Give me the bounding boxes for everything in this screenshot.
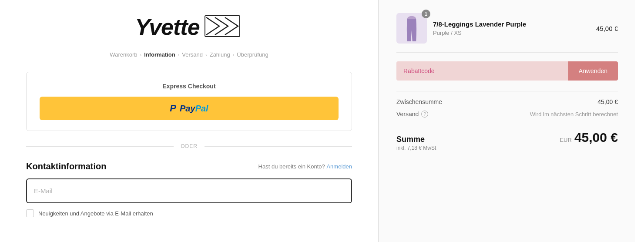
subtotal-value: 45,00 € — [597, 98, 618, 105]
breadcrumb: Warenkorb › Information › Versand › Zahl… — [26, 51, 352, 58]
left-panel: Yvette Warenkorb › Information › Versand… — [0, 0, 379, 242]
discount-input[interactable] — [396, 61, 568, 81]
paypal-button[interactable]: P PayPal — [40, 97, 339, 120]
section-title: Kontaktinformation — [26, 161, 106, 171]
subtotal-row: Zwischensumme 45,00 € — [396, 98, 618, 105]
express-checkout-title: Express Checkout — [40, 83, 339, 90]
breadcrumb-zahlung[interactable]: Zahlung — [210, 51, 230, 58]
chevron-icon-1: › — [140, 52, 141, 57]
login-link[interactable]: Anmelden — [326, 163, 352, 170]
express-checkout-box: Express Checkout P PayPal — [26, 72, 352, 131]
logo-area: Yvette — [26, 13, 352, 41]
shipping-row: Versand ? Wird im nächsten Schritt berec… — [396, 111, 618, 118]
login-prompt: Hast du bereits ein Konto? Anmelden — [258, 163, 352, 170]
total-left: Summe inkl. 7,18 € MwSt — [396, 135, 436, 151]
shipping-help-icon[interactable]: ? — [421, 111, 428, 118]
oder-divider: ODER — [26, 143, 352, 149]
total-label: Summe — [396, 135, 436, 144]
product-variant: Purple / XS — [433, 30, 590, 36]
chevron-icon-3: › — [205, 52, 207, 57]
breadcrumb-information[interactable]: Information — [144, 51, 175, 58]
oder-text: ODER — [181, 143, 198, 149]
product-name: 7/8-Leggings Lavender Purple — [433, 20, 590, 28]
total-right: EUR 45,00 € — [560, 130, 618, 145]
chevron-icon-4: › — [233, 52, 235, 57]
paypal-label: PayPal — [180, 104, 208, 114]
newsletter-label: Neuigkeiten und Angebote via E-Mail erha… — [38, 210, 153, 217]
svg-rect-0 — [205, 16, 240, 37]
chevron-icon-2: › — [178, 52, 180, 57]
login-text: Hast du bereits ein Konto? — [258, 163, 325, 170]
newsletter-checkbox[interactable] — [26, 209, 34, 217]
subtotal-label: Zwischensumme — [396, 98, 442, 105]
logo-icon — [204, 13, 243, 41]
breadcrumb-warenkorb[interactable]: Warenkorb — [110, 51, 137, 58]
vat-note: inkl. 7,18 € MwSt — [396, 145, 436, 151]
breadcrumb-versand[interactable]: Versand — [182, 51, 203, 58]
total-currency: EUR — [560, 137, 571, 143]
email-input[interactable] — [27, 179, 351, 202]
product-image-wrapper: 1 — [396, 13, 427, 44]
summary-section: Zwischensumme 45,00 € Versand ? Wird im … — [396, 91, 618, 118]
total-row: Summe inkl. 7,18 € MwSt EUR 45,00 € — [396, 130, 618, 151]
right-panel: 1 7/8-Leggings Lavender Purple Purple / … — [379, 0, 635, 242]
breadcrumb-ueberpruefung[interactable]: Überprüfung — [237, 51, 268, 58]
product-image — [396, 13, 427, 44]
shipping-label: Versand ? — [396, 111, 428, 118]
discount-row: Anwenden — [396, 61, 618, 81]
product-badge: 1 — [422, 10, 430, 18]
newsletter-row: Neuigkeiten und Angebote via E-Mail erha… — [26, 209, 352, 217]
total-section: Summe inkl. 7,18 € MwSt EUR 45,00 € — [396, 123, 618, 151]
email-input-wrapper — [26, 178, 352, 203]
product-info: 7/8-Leggings Lavender Purple Purple / XS — [433, 20, 590, 36]
shipping-value: Wird im nächsten Schritt berechnet — [530, 111, 618, 118]
product-price: 45,00 € — [596, 25, 618, 32]
section-header: Kontaktinformation Hast du bereits ein K… — [26, 161, 352, 171]
logo-text: Yvette — [135, 14, 199, 40]
discount-apply-button[interactable]: Anwenden — [568, 61, 618, 81]
total-amount: 45,00 € — [574, 130, 618, 145]
paypal-p-icon: P — [170, 103, 176, 114]
product-row: 1 7/8-Leggings Lavender Purple Purple / … — [396, 13, 618, 53]
